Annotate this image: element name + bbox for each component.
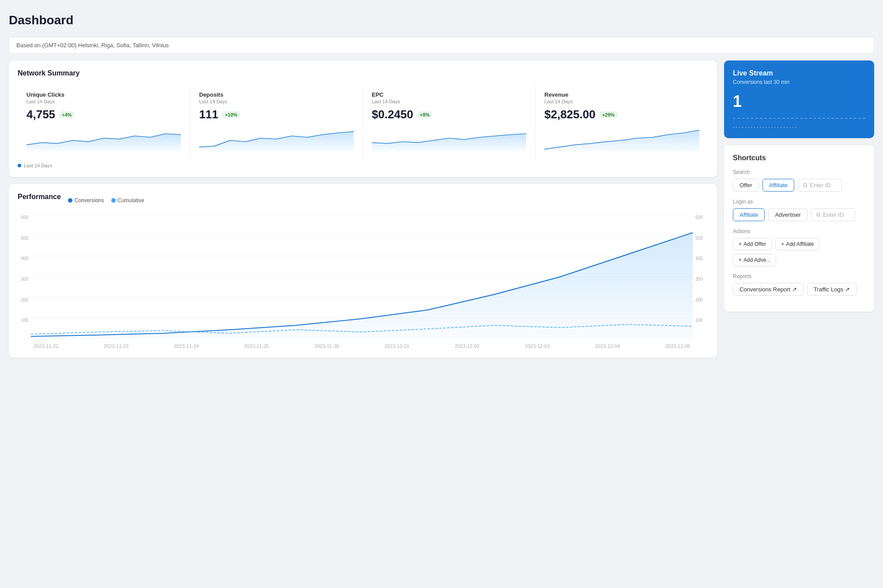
svg-line-10 [819, 215, 820, 217]
metric-revenue: Revenue Last 14 Days $2,825.00 +29% [536, 84, 708, 158]
metric-sublabel-3: Last 14 Days [544, 99, 699, 104]
y-axis-left: 600 500 400 300 200 100 [18, 215, 31, 339]
metric-sublabel-1: Last 14 Days [199, 99, 354, 104]
performance-card: Performance Conversions Cumulative 600 5… [9, 184, 717, 358]
loginas-search-icon [816, 212, 821, 218]
search-offer-button[interactable]: Offer [733, 179, 759, 192]
loginas-affiliate-button[interactable]: Affiliate [733, 208, 765, 221]
left-content: Network Summary Unique Clicks Last 14 Da… [9, 60, 717, 358]
external-link-icon-traffic: ↗ [845, 286, 850, 293]
page-title: Dashboard [9, 9, 874, 32]
network-legend: Last 14 Days [18, 163, 708, 168]
metric-badge-3: +29% [599, 111, 618, 118]
metric-label-0: Unique Clicks [26, 91, 181, 98]
y-axis-right: 600 500 400 300 200 100 [693, 215, 708, 339]
svg-point-9 [816, 213, 819, 216]
legend-dot [18, 164, 21, 167]
main-content: Network Summary Unique Clicks Last 14 Da… [9, 60, 874, 358]
traffic-logs-button[interactable]: Traffic Logs ↗ [807, 283, 857, 296]
shortcuts-search-label: Search [733, 169, 865, 175]
metric-badge-0: +4% [59, 111, 75, 118]
metrics-grid: Unique Clicks Last 14 Days 4,755 +4% [18, 84, 708, 158]
shortcuts-loginas-row: Affiliate Advertiser Enter ID [733, 208, 865, 221]
metric-sublabel-0: Last 14 Days [26, 99, 181, 104]
right-sidebar: Live Stream Conversions last 30 min 1 - … [724, 60, 874, 358]
add-offer-icon: + [739, 241, 742, 247]
legend-cum-label: Cumulative [118, 197, 144, 204]
network-summary-card: Network Summary Unique Clicks Last 14 Da… [9, 60, 717, 177]
metric-label-2: EPC [372, 91, 526, 98]
conversions-report-button[interactable]: Conversions Report ↗ [733, 283, 804, 296]
performance-title: Performance [18, 193, 61, 201]
chart-area [31, 215, 693, 340]
live-stream-title: Live Stream [733, 69, 865, 77]
metric-value-3: $2,825.00 +29% [544, 108, 699, 121]
loginas-input-placeholder: Enter ID [823, 211, 844, 218]
shortcuts-reports-section: Reports Conversions Report ↗ Traffic Log… [733, 273, 865, 296]
svg-point-7 [804, 183, 807, 186]
timezone-text: Based on (GMT+02:00) Helsinki, Riga, Sof… [16, 42, 169, 49]
shortcuts-actions-section: Actions + Add Offer + Add Affiliate + Ad [733, 228, 865, 266]
live-stream-dashes: - - - - - - - - - - - - - - - - - - - - … [733, 118, 865, 129]
legend-conv-dot [68, 198, 72, 203]
shortcuts-reports-row: Conversions Report ↗ Traffic Logs ↗ [733, 283, 865, 296]
shortcuts-card: Shortcuts Search Offer Affiliate Enter I… [724, 145, 874, 312]
shortcuts-loginas-section: Login as Affiliate Advertiser Enter ID [733, 199, 865, 221]
sparkline-1 [199, 125, 354, 151]
legend-cumulative: Cumulative [111, 197, 144, 204]
loginas-id-input[interactable]: Enter ID [811, 208, 855, 221]
live-stream-value: 1 [733, 92, 865, 111]
search-id-input[interactable]: Enter ID [798, 179, 842, 192]
sparkline-0 [26, 125, 181, 151]
metric-unique-clicks: Unique Clicks Last 14 Days 4,755 +4% [18, 84, 190, 158]
legend-conv-label: Conversions [75, 197, 104, 204]
add-advertiser-icon: + [739, 257, 742, 263]
timezone-bar: Based on (GMT+02:00) Helsinki, Riga, Sof… [9, 37, 874, 53]
metric-badge-2: +8% [417, 111, 433, 118]
network-summary-title: Network Summary [18, 69, 708, 77]
add-affiliate-button[interactable]: + Add Affiliate [775, 238, 819, 250]
page-wrapper: Dashboard Based on (GMT+02:00) Helsinki,… [0, 0, 883, 588]
search-input-placeholder: Enter ID [810, 182, 831, 188]
metric-badge-1: +10% [222, 111, 240, 118]
shortcuts-actions-row: + Add Offer + Add Affiliate + Add Adve..… [733, 238, 865, 266]
x-axis-labels: 2023-11-22 2023-11-23 2023-11-24 2023-11… [18, 343, 708, 349]
add-advertiser-button[interactable]: + Add Adve... [733, 254, 776, 266]
legend-conversions: Conversions [68, 197, 104, 204]
metric-label-3: Revenue [544, 91, 699, 98]
metric-value-1: 111 +10% [199, 108, 354, 121]
metric-value-0: 4,755 +4% [26, 108, 181, 121]
shortcuts-search-section: Search Offer Affiliate Enter ID [733, 169, 865, 192]
shortcuts-reports-label: Reports [733, 273, 865, 279]
shortcuts-actions-label: Actions [733, 228, 865, 234]
live-stream-card: Live Stream Conversions last 30 min 1 - … [724, 60, 874, 138]
metric-value-2: $0.2450 +8% [372, 108, 526, 121]
add-affiliate-icon: + [781, 241, 784, 247]
metric-epc: EPC Last 14 Days $0.2450 +8% [363, 84, 536, 158]
sparkline-2 [372, 125, 526, 151]
external-link-icon-conv: ↗ [792, 286, 797, 293]
shortcuts-title: Shortcuts [733, 154, 865, 162]
sparkline-3 [544, 125, 699, 151]
add-offer-button[interactable]: + Add Offer [733, 238, 772, 250]
svg-line-8 [806, 186, 808, 187]
legend-text: Last 14 Days [24, 163, 52, 168]
chart-wrapper: 600 500 400 300 200 100 [18, 215, 708, 340]
search-icon [803, 183, 808, 188]
perf-header: Performance Conversions Cumulative [18, 193, 708, 208]
metric-sublabel-2: Last 14 Days [372, 99, 526, 104]
metric-label-1: Deposits [199, 91, 354, 98]
live-stream-subtitle: Conversions last 30 min [733, 79, 865, 85]
shortcuts-search-row: Offer Affiliate Enter ID [733, 179, 865, 192]
metric-deposits: Deposits Last 14 Days 111 +10% [190, 84, 363, 158]
legend-cum-dot [111, 198, 116, 203]
performance-chart-svg [31, 215, 693, 339]
loginas-advertiser-button[interactable]: Advertiser [768, 208, 808, 221]
search-affiliate-button[interactable]: Affiliate [762, 179, 794, 192]
shortcuts-loginas-label: Login as [733, 199, 865, 205]
